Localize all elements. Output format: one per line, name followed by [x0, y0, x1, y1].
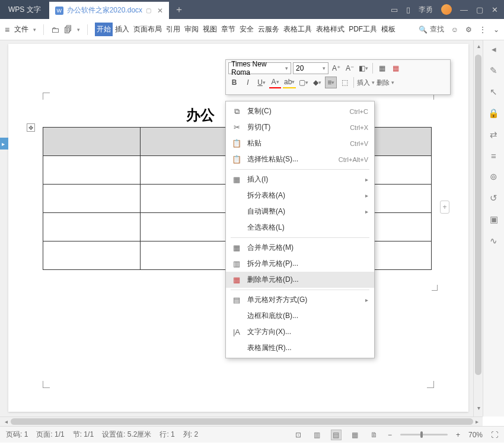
scroll-right-icon[interactable]: ▸: [472, 417, 481, 427]
status-page[interactable]: 页码: 1: [6, 430, 28, 440]
share-icon[interactable]: ∿: [490, 236, 497, 246]
tab-tabletools[interactable]: 表格工具: [282, 23, 314, 36]
bold-icon[interactable]: B: [228, 77, 240, 88]
document-title[interactable]: 办公: [186, 106, 215, 125]
view-web-icon[interactable]: ▥: [312, 430, 323, 440]
table-move-handle[interactable]: ✥: [27, 123, 35, 132]
context-item[interactable]: 表格属性(R)...: [226, 340, 374, 356]
border-icon[interactable]: ▢▾: [298, 77, 310, 88]
lock-icon[interactable]: 🔒: [488, 108, 499, 119]
italic-icon[interactable]: I: [242, 77, 254, 88]
scroll-left-icon[interactable]: ◂: [1, 417, 11, 427]
view-read-icon[interactable]: ▦: [350, 430, 361, 440]
close-button[interactable]: ✕: [492, 5, 498, 14]
cursor-icon[interactable]: ↖: [490, 87, 497, 97]
comment-icon[interactable]: ☺: [451, 26, 458, 34]
add-tab-button[interactable]: ＋: [169, 0, 189, 19]
document-tab[interactable]: W 办公软件之家2020.docx ▢ ✕: [49, 2, 169, 19]
list-icon[interactable]: ≡: [491, 151, 496, 161]
settings-icon[interactable]: ⚙: [465, 26, 472, 34]
vertical-scrollbar[interactable]: ▴ ▾: [473, 40, 483, 417]
open-icon[interactable]: 🗀: [51, 25, 59, 34]
context-item[interactable]: ▤单元格对齐方式(G)▸: [226, 292, 374, 308]
context-item[interactable]: 边框和底纹(B)...: [226, 308, 374, 324]
add-row-button[interactable]: +: [440, 201, 449, 214]
app-tab[interactable]: WPS 文字: [0, 0, 49, 19]
link-icon[interactable]: ⇄: [490, 129, 497, 140]
status-col[interactable]: 列: 2: [183, 430, 198, 440]
collapse-icon[interactable]: ⌄: [493, 26, 499, 34]
context-item[interactable]: ⧉复制(C)Ctrl+C: [226, 103, 374, 119]
context-item[interactable]: |A文字方向(X)...: [226, 324, 374, 340]
zoom-slider[interactable]: [400, 434, 448, 436]
zoom-in-button[interactable]: +: [456, 431, 460, 439]
tab-pdf[interactable]: PDF工具: [347, 23, 379, 36]
tab-review[interactable]: 审阅: [183, 23, 200, 36]
chevron-down-icon[interactable]: ▾: [33, 27, 36, 33]
tab-cloud[interactable]: 云服务: [256, 23, 281, 36]
file-menu[interactable]: 文件: [14, 24, 28, 34]
collapse-panel-icon[interactable]: ◂: [492, 44, 496, 55]
menu-icon[interactable]: ▯: [406, 5, 410, 14]
fontsize-select[interactable]: 20▾: [293, 62, 328, 74]
tab-view[interactable]: 视图: [201, 23, 219, 36]
minimize-button[interactable]: ―: [460, 5, 468, 14]
align-icon[interactable]: ≡▾: [325, 77, 337, 88]
chevron-down-icon[interactable]: ▾: [77, 27, 80, 33]
fontcolor-icon[interactable]: A▾: [269, 77, 281, 88]
zoom-level[interactable]: 70%: [468, 431, 483, 439]
context-item[interactable]: 📋粘贴Ctrl+V: [226, 135, 374, 151]
clear-format-icon[interactable]: ◧▾: [358, 62, 369, 74]
scroll-up-icon[interactable]: ▴: [474, 43, 483, 52]
font-select[interactable]: Times New Roma▾: [228, 62, 291, 74]
save-icon[interactable]: 🗐: [64, 25, 72, 34]
scroll-thumb[interactable]: [475, 55, 481, 375]
tab-template[interactable]: 模板: [379, 23, 397, 36]
table-delete-icon[interactable]: ▦: [390, 62, 401, 74]
table-resize-handle[interactable]: [432, 285, 438, 291]
circle3-icon[interactable]: ⊚: [490, 171, 497, 182]
history-icon[interactable]: ↺: [490, 193, 497, 204]
status-indent[interactable]: 设置值: 5.2厘米: [102, 430, 151, 440]
close-tab-icon[interactable]: ✕: [157, 7, 163, 15]
insert-label[interactable]: 插入: [357, 78, 370, 87]
table-insert-icon[interactable]: ▦: [376, 62, 388, 74]
scroll-thumb[interactable]: [11, 418, 473, 425]
context-item[interactable]: 📋选择性粘贴(S)...Ctrl+Alt+V: [226, 151, 374, 167]
tab-chapter[interactable]: 章节: [219, 23, 237, 36]
zoom-out-button[interactable]: −: [388, 431, 392, 439]
context-item[interactable]: ✂剪切(T)Ctrl+X: [226, 119, 374, 135]
delete-label[interactable]: 删除: [377, 78, 390, 87]
status-line[interactable]: 行: 1: [160, 430, 174, 440]
context-item[interactable]: 全选表格(L): [226, 220, 374, 236]
quickaccess-icon[interactable]: ▭: [391, 5, 398, 14]
more-icon[interactable]: ⋮: [479, 26, 486, 34]
side-marker[interactable]: ▸: [0, 138, 8, 150]
avatar[interactable]: [441, 4, 452, 15]
horizontal-scrollbar[interactable]: ◂ ▸: [0, 417, 483, 426]
scroll-down-icon[interactable]: ▾: [474, 405, 483, 414]
tab-pagelayout[interactable]: 页面布局: [132, 23, 164, 36]
context-item[interactable]: ▦合并单元格(M): [226, 240, 374, 256]
shrink-font-icon[interactable]: A⁻: [344, 62, 356, 74]
status-section[interactable]: 节: 1/1: [73, 430, 94, 440]
search-button[interactable]: 🔍查找: [419, 24, 444, 34]
hamburger-icon[interactable]: ≡: [5, 25, 9, 34]
page-icon[interactable]: ▣: [490, 214, 498, 225]
underline-icon[interactable]: U▾: [256, 77, 267, 88]
grow-font-icon[interactable]: A⁺: [330, 62, 342, 74]
merge-toolbar-icon[interactable]: ⬚: [339, 77, 350, 88]
pencil-icon[interactable]: ✎: [490, 65, 497, 76]
maximize-button[interactable]: ▢: [476, 5, 483, 14]
context-item[interactable]: ▦删除单元格(D)...: [226, 272, 374, 288]
context-item[interactable]: 自动调整(A)▸: [226, 204, 374, 220]
highlight-icon[interactable]: ab▾: [283, 77, 296, 88]
status-pages[interactable]: 页面: 1/1: [36, 430, 64, 440]
fullscreen-icon[interactable]: ⛶: [491, 431, 498, 439]
tab-tablestyle[interactable]: 表格样式: [314, 23, 346, 36]
context-item[interactable]: ▥拆分单元格(P)...: [226, 256, 374, 272]
tab-security[interactable]: 安全: [238, 23, 256, 36]
view-page-icon[interactable]: ▤: [331, 430, 342, 440]
view-draft-icon[interactable]: 🗎: [369, 430, 379, 440]
user-name[interactable]: 李勇: [419, 5, 433, 15]
